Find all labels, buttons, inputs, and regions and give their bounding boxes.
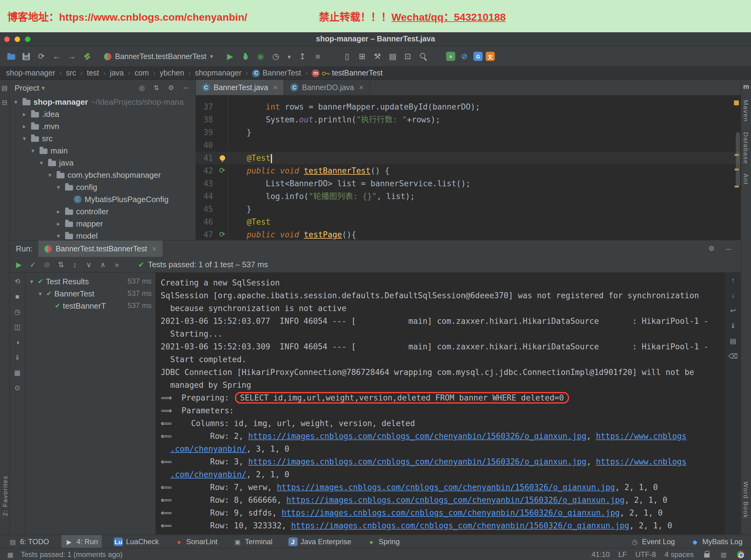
caret-position[interactable]: 41:10 xyxy=(592,550,610,559)
toolwindow-button-event-log[interactable]: ◷Event Log xyxy=(627,535,678,548)
project-tree-item[interactable]: ▾src xyxy=(10,132,195,144)
terminal-icon[interactable]: ▣ xyxy=(234,537,242,546)
tool-stripe-label[interactable]: Word Book xyxy=(743,482,750,519)
console-link[interactable]: https://images.cnblogs.com/cnblogs_com/c… xyxy=(286,496,624,505)
build-hammer-icon[interactable] xyxy=(81,50,93,62)
editor-tab[interactable]: CBannerDO.java× xyxy=(284,80,370,95)
close-icon[interactable]: × xyxy=(273,83,278,92)
scroll-to-end-icon[interactable]: ⇓ xyxy=(728,321,738,331)
screenshot-icon[interactable]: ◫ xyxy=(13,322,22,332)
console-link[interactable]: https://images.cnblogs.com/cnblogs_com/c… xyxy=(248,432,586,441)
project-tree-item[interactable]: ▾main xyxy=(10,144,195,156)
locate-file-icon[interactable]: ◎ xyxy=(137,83,147,93)
toolwindow-button-sonarlint[interactable]: ●SonarLint xyxy=(171,535,221,548)
sort-alphabetically-icon[interactable]: ⇅ xyxy=(55,259,66,270)
chevron-down-icon[interactable]: ▾ xyxy=(42,84,45,91)
breadcrumb-item[interactable]: src xyxy=(66,69,76,77)
java-enterprise-icon[interactable]: J xyxy=(288,537,297,546)
zoom-window-button[interactable] xyxy=(25,37,31,42)
breadcrumb-item[interactable]: test xyxy=(87,69,99,77)
layout-settings-icon[interactable]: ▦ xyxy=(13,368,22,377)
project-stripe-icon[interactable]: ▤ xyxy=(0,83,9,92)
indent-widget[interactable]: 4 spaces xyxy=(665,550,694,559)
breadcrumb-item[interactable]: java xyxy=(110,69,124,77)
event-log-icon[interactable]: ◷ xyxy=(630,537,639,546)
console-link[interactable]: https://www.cnblogs xyxy=(596,432,686,441)
forward-icon[interactable]: → xyxy=(66,50,78,62)
do-not-disturb-icon[interactable]: ⊘ xyxy=(458,50,470,62)
project-tree-item[interactable]: ▸mapper xyxy=(10,217,195,229)
project-tree-item[interactable]: ▸.mvn xyxy=(10,120,195,132)
print-icon[interactable]: ▤ xyxy=(728,336,738,346)
rerun-failed-icon[interactable]: ✓ xyxy=(27,259,38,270)
open-project-icon[interactable] xyxy=(5,50,17,62)
hide-panel-icon[interactable]: ─ xyxy=(181,83,190,93)
run-config-selector[interactable]: BannerTest.testBannerTest ▾ xyxy=(100,49,217,63)
toolwindow-button-todo[interactable]: ▤6: TODO xyxy=(5,535,53,548)
error-stripe-mark[interactable] xyxy=(734,100,739,105)
project-structure-icon[interactable]: ▤ xyxy=(386,50,399,62)
rerun-tests-icon[interactable]: ▶ xyxy=(14,259,24,270)
run-test-gutter-icon[interactable]: ⟳ xyxy=(219,228,225,240)
console-link[interactable]: .com/chenyanbin/ xyxy=(170,444,246,454)
stop-icon[interactable]: ■ xyxy=(13,292,22,301)
console-link[interactable]: https://www.cnblogs xyxy=(596,457,686,466)
coverage-icon[interactable]: ◉ xyxy=(255,50,267,62)
code-editor[interactable]: 37 int rows = bannerMapper.updateById(ba… xyxy=(196,96,740,240)
project-tree-item[interactable]: ▸.idea xyxy=(10,108,195,120)
debug-icon[interactable] xyxy=(239,50,251,62)
todo-icon[interactable]: ▤ xyxy=(8,537,17,546)
minimize-window-button[interactable] xyxy=(15,37,20,42)
spring-icon[interactable]: ● xyxy=(367,537,376,546)
coverage-icon[interactable]: ◑ xyxy=(13,337,22,347)
device-preview-icon[interactable]: ▯ xyxy=(341,50,353,62)
profiler-icon[interactable]: ◷ xyxy=(270,50,282,62)
more-icon[interactable]: » xyxy=(111,259,122,270)
toolwindow-button-java-enterprise[interactable]: JJava Enterprise xyxy=(285,535,355,548)
test-history-icon[interactable]: ◷ xyxy=(13,307,22,317)
clear-all-icon[interactable]: ⌫ xyxy=(728,351,738,361)
settings-icon[interactable]: ⚙ xyxy=(707,244,716,254)
console-link[interactable]: https://images.cnblogs.com/cnblogs_com/c… xyxy=(291,521,629,530)
statistics-icon[interactable]: ≈ xyxy=(446,52,455,61)
breadcrumb-item[interactable]: mtestBannerTest xyxy=(312,69,383,77)
scroll-down-icon[interactable]: ↓ xyxy=(728,291,738,300)
console-link[interactable]: https://images.cnblogs.com/cnblogs_com/c… xyxy=(277,483,615,492)
project-tree-item[interactable]: ▾com.ybchen.shopmanager xyxy=(10,168,195,181)
toolwindow-button-mybatis-log[interactable]: ◆MyBatis Log xyxy=(687,535,746,548)
plugin-status-icon[interactable]: ▥ xyxy=(719,550,728,559)
file-encoding-widget[interactable]: UTF-8 xyxy=(635,550,656,559)
sync-icon[interactable]: ⟳ xyxy=(35,50,47,62)
toolwindow-button-spring[interactable]: ●Spring xyxy=(363,535,403,548)
project-tree-item[interactable]: CMybatisPlusPageConfig xyxy=(10,193,195,205)
scroll-up-icon[interactable]: ↑ xyxy=(728,275,738,285)
run-console[interactable]: Creating a new SqlSessionSqlSession [org… xyxy=(156,273,725,535)
breadcrumb-item[interactable]: ybchen xyxy=(160,69,184,77)
settings-icon[interactable]: ⚙ xyxy=(166,83,176,93)
breadcrumb-item[interactable]: shopmanager xyxy=(195,69,242,77)
search-everywhere-icon[interactable] xyxy=(417,50,429,62)
tool-stripe-label[interactable]: Maven xyxy=(743,100,750,122)
back-icon[interactable]: ← xyxy=(50,50,63,62)
soft-wrap-icon[interactable]: ↩ xyxy=(728,305,738,315)
tool-stripe-label[interactable]: 2: Favorites xyxy=(1,475,8,516)
expand-all-icon[interactable]: ∨ xyxy=(83,259,94,270)
toolwindow-button-run[interactable]: ▶4: Run xyxy=(61,535,102,548)
console-link[interactable]: .com/chenyanbin/ xyxy=(170,470,246,479)
pin-icon[interactable]: ⊙ xyxy=(13,383,22,393)
editor-scrollbar[interactable] xyxy=(736,132,740,187)
collapse-all-icon[interactable]: ∧ xyxy=(97,259,108,270)
translator-icon[interactable]: 文 xyxy=(486,52,495,61)
luacheck-icon[interactable]: Lu xyxy=(114,537,123,546)
sort-by-duration-icon[interactable]: ↕ xyxy=(69,259,80,270)
translation-engine-icon[interactable] xyxy=(736,550,745,559)
presentation-icon[interactable]: ⊡ xyxy=(402,50,414,62)
run-tab[interactable]: BannerTest.testBannerTest × xyxy=(39,240,162,257)
project-tree-item[interactable]: ▸controller xyxy=(10,205,195,217)
line-separator-widget[interactable]: LF xyxy=(618,550,627,559)
run-test-gutter-icon[interactable]: ⟳ xyxy=(219,164,225,177)
lock-icon[interactable] xyxy=(702,550,711,559)
project-tree-item[interactable]: ▾java xyxy=(10,156,195,168)
tool-stripe-label[interactable]: Database xyxy=(743,132,750,164)
rerun-icon[interactable]: ⟲ xyxy=(13,276,22,286)
